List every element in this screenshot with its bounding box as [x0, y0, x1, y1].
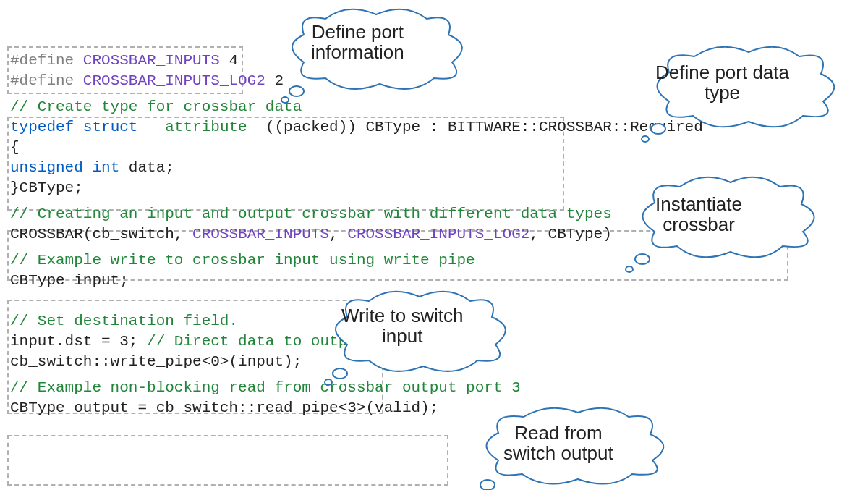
code-line: }CBType;	[10, 178, 703, 198]
svg-point-7	[325, 379, 332, 385]
svg-point-2	[651, 124, 665, 134]
svg-point-8	[480, 480, 495, 490]
svg-point-4	[635, 254, 650, 264]
code-line: unsigned int data;	[10, 158, 703, 178]
code-line: // Creating an input and output crossbar…	[10, 204, 703, 224]
callout-define-port-info: Define port information	[268, 6, 477, 96]
svg-point-6	[333, 368, 347, 379]
code-line: // Example write to crossbar input using…	[10, 250, 703, 271]
svg-point-1	[281, 97, 289, 103]
callout-instantiate-crossbar: Instantiate crossbar	[615, 174, 832, 268]
code-line: typedef struct __attribute__((packed)) C…	[10, 117, 703, 138]
svg-point-0	[289, 86, 304, 96]
callout-write-to-switch-input: Write to switch input	[311, 288, 521, 379]
svg-point-5	[626, 266, 633, 272]
svg-point-3	[642, 136, 649, 142]
dashed-box-read-pipe	[7, 435, 448, 486]
callout-read-from-switch-output: Read from switch output	[459, 405, 683, 490]
callout-define-port-data-type: Define port data type	[629, 43, 854, 138]
code-line: {	[10, 138, 703, 158]
code-line: CROSSBAR(cb_switch, CROSSBAR_INPUTS, CRO…	[10, 224, 703, 245]
